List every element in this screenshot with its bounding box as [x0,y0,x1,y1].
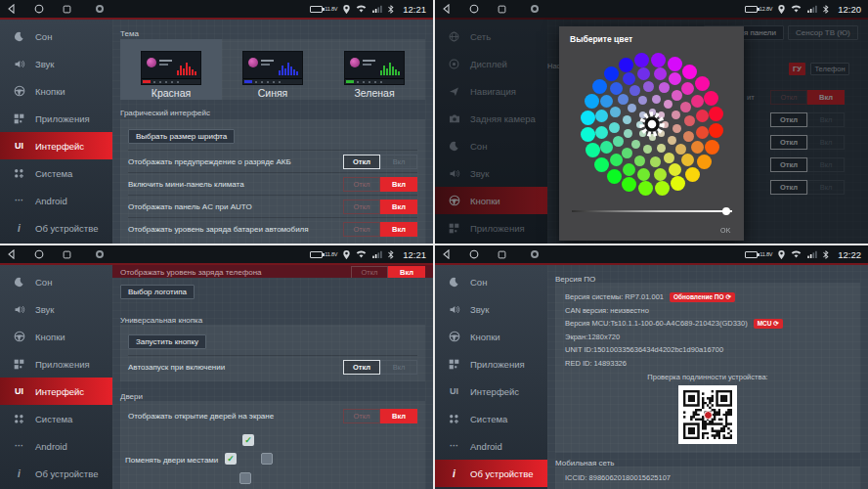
toggle-off-button[interactable]: Откл [343,409,380,423]
color-swatch-dot[interactable] [669,163,681,176]
color-swatch-dot[interactable] [637,67,650,80]
color-swatch-dot[interactable] [668,57,682,71]
color-swatch-dot[interactable] [705,140,719,155]
sidebar-item-sleep[interactable]: Сон [435,268,547,295]
toggle-off-button[interactable]: Откл [343,155,380,169]
door-checkbox-bottom[interactable] [239,472,251,484]
color-swatch-dot[interactable] [586,143,600,157]
color-swatch-dot[interactable] [581,111,595,125]
home-circle-icon[interactable] [469,4,479,14]
color-swatch-dot[interactable] [623,163,635,176]
toggle-on-button[interactable]: Вкл [380,409,417,423]
toggle-off-button[interactable]: Откл [343,360,380,375]
color-swatch-dot[interactable] [672,111,680,119]
back-icon[interactable] [442,4,451,14]
recents-square-icon[interactable] [63,250,71,259]
color-swatch-dot[interactable] [672,90,682,101]
sidebar-item-ui[interactable]: UIИнтерфейс [0,132,112,159]
toggle-on-button[interactable]: Вкл [380,222,417,237]
sidebar-item-buttons[interactable]: Кнопки [0,77,112,105]
color-swatch-dot[interactable] [610,82,623,95]
color-swatch-dot[interactable] [629,85,640,96]
color-swatch-dot[interactable] [652,95,661,104]
recents-square-icon[interactable] [498,5,506,14]
color-swatch-dot[interactable] [581,127,595,142]
brightness-slider[interactable] [572,210,732,212]
sidebar-item-apps[interactable]: Приложения [435,350,547,378]
color-swatch-dot[interactable] [638,181,653,196]
color-swatch-dot[interactable] [623,72,635,85]
recents-square-icon[interactable] [63,5,71,14]
door-checkbox-top[interactable]: ✓ [242,434,254,446]
sidebar-item-ui[interactable]: UIИнтерфейс [435,378,547,405]
back-icon[interactable] [7,249,16,259]
app-badge-icon[interactable] [531,5,539,13]
color-swatch-dot[interactable] [685,167,700,182]
toggle-off-button[interactable]: Откл [343,200,380,214]
color-swatch-dot[interactable] [592,79,607,94]
color-swatch-dot[interactable] [619,58,633,72]
color-swatch-dot[interactable] [709,107,723,121]
color-swatch-dot[interactable] [624,129,632,138]
color-swatch-dot[interactable] [610,154,623,166]
color-swatch-dot[interactable] [623,115,631,124]
home-circle-icon[interactable] [34,249,44,259]
color-swatch-dot[interactable] [664,100,673,109]
color-swatch-dot[interactable] [696,110,709,122]
sidebar-item-ui[interactable]: UIИнтерфейс [0,378,112,405]
sidebar-item-sound[interactable]: Звук [0,295,112,323]
color-swatch-dot[interactable] [681,154,694,166]
sidebar-item-apps[interactable]: Приложения [0,105,112,132]
color-swatch-dot[interactable] [643,81,654,92]
back-icon[interactable] [7,4,16,14]
logo-select-button[interactable]: Выбор логотипа [120,285,195,299]
color-swatch-dot[interactable] [709,123,723,138]
color-swatch-dot[interactable] [683,131,694,142]
sidebar-item-system[interactable]: Система [435,405,547,432]
color-swatch-dot[interactable] [691,95,704,108]
color-swatch-dot[interactable] [680,102,691,112]
color-swatch-dot[interactable] [691,141,704,154]
theme-option-red[interactable]: Красная [120,39,222,100]
sidebar-item-sleep[interactable]: Сон [0,268,112,295]
color-swatch-dot[interactable] [684,115,695,126]
theme-option-blue[interactable]: Синяя [222,39,324,100]
color-swatch-dot[interactable] [634,53,649,67]
sidebar-item-about[interactable]: iОб устройстве [0,214,112,242]
color-swatch-dot[interactable] [628,104,636,112]
home-circle-icon[interactable] [34,4,44,14]
color-swatch-dot[interactable] [654,67,667,80]
door-checkbox-left[interactable]: ✓ [225,453,237,465]
color-swatch-dot[interactable] [595,126,608,139]
sidebar-item-android[interactable]: ···Android [0,187,112,214]
color-swatch-dot[interactable] [585,94,599,109]
sidebar-item-sound[interactable]: Звук [435,295,547,323]
toggle-on-button[interactable]: Вкл [380,177,417,192]
sidebar-item-buttons[interactable]: Кнопки [435,323,547,350]
recents-square-icon[interactable] [498,250,506,259]
color-swatch-dot[interactable] [610,107,621,117]
color-swatch-dot[interactable] [595,110,608,122]
color-swatch-dot[interactable] [675,144,686,155]
color-swatch-dot[interactable] [622,177,636,192]
color-swatch-dot[interactable] [673,124,681,133]
color-swatch-dot[interactable] [622,148,632,158]
color-swatch-dot[interactable] [609,122,620,133]
sidebar-item-sound[interactable]: Звук [0,50,112,77]
app-badge-icon[interactable] [96,250,104,258]
update-badge[interactable]: Обновление ПО ⟳ [670,292,735,302]
color-swatch-dot[interactable] [594,157,609,172]
color-swatch-dot[interactable] [696,126,709,139]
color-swatch-dot[interactable] [607,169,622,184]
sidebar-item-buttons[interactable]: Кнопки [0,323,112,350]
color-swatch-dot[interactable] [634,156,645,166]
color-swatch-dot[interactable] [669,72,681,85]
sidebar-item-android[interactable]: ···Android [0,432,112,460]
color-swatch-dot[interactable] [643,145,652,154]
toggle-off-button[interactable]: Откл [343,222,380,237]
app-badge-icon[interactable] [96,5,104,13]
font-size-button[interactable]: Выбрать размер шрифта [128,129,235,144]
toggle-off-button[interactable]: Откл [343,177,380,192]
ok-button[interactable]: OK [720,227,731,234]
color-swatch-dot[interactable] [654,168,667,181]
